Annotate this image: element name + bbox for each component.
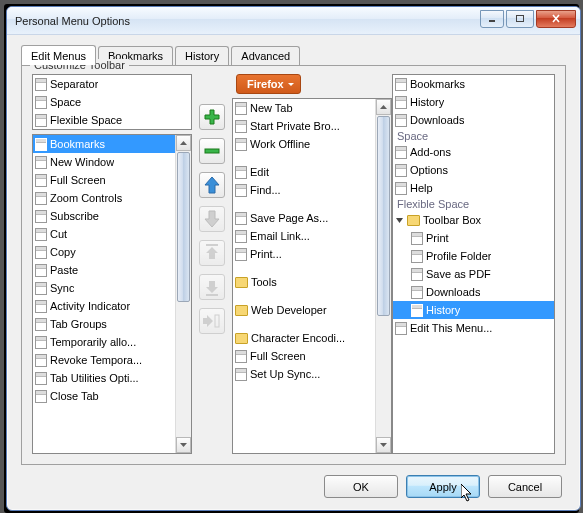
item-label: Cut (50, 228, 67, 240)
list-item[interactable]: Tab Groups (33, 315, 175, 333)
scroll-thumb[interactable] (177, 152, 190, 302)
list-item[interactable]: Zoom Controls (33, 189, 175, 207)
list-item[interactable]: Email Link... (233, 227, 375, 245)
item-label: Full Screen (50, 174, 106, 186)
list-item[interactable]: Start Private Bro... (233, 117, 375, 135)
folder-icon (407, 215, 420, 226)
ok-button[interactable]: OK (324, 475, 398, 498)
page-icon (235, 166, 247, 179)
scroll-thumb[interactable] (377, 116, 390, 316)
section-label: Flexible Space (393, 197, 554, 211)
folder-icon (235, 277, 248, 288)
list-item[interactable]: Downloads (393, 111, 554, 129)
firefox-menu-button[interactable]: Firefox (236, 74, 301, 94)
move-bottom-icon (204, 278, 220, 296)
scroll-up-icon[interactable] (176, 135, 191, 151)
list-item[interactable]: Tab Utilities Opti... (33, 369, 175, 387)
list-item[interactable]: Bookmarks (33, 135, 175, 153)
list-item[interactable]: Set Up Sync... (233, 365, 375, 383)
list-item[interactable]: Copy (33, 243, 175, 261)
page-icon (411, 268, 423, 281)
maximize-button[interactable] (506, 10, 534, 28)
item-label: New Tab (250, 102, 293, 114)
list-item[interactable]: Work Offline (233, 135, 375, 153)
list-item[interactable]: Bookmarks (393, 75, 554, 93)
list-item[interactable]: Print... (233, 245, 375, 263)
item-label: Copy (50, 246, 76, 258)
tab-edit-menus[interactable]: Edit Menus (21, 45, 96, 65)
move-down-icon (204, 210, 220, 228)
list-item[interactable]: Sync (33, 279, 175, 297)
item-label: Full Screen (250, 350, 306, 362)
page-icon (35, 246, 47, 259)
page-icon (235, 230, 247, 243)
list-item[interactable]: Separator (33, 75, 191, 93)
item-label: Help (410, 182, 433, 194)
page-icon (235, 350, 247, 363)
list-item[interactable]: Subscribe (33, 207, 175, 225)
item-label: Print (426, 232, 449, 244)
list-item[interactable]: Help (393, 179, 554, 197)
list-item[interactable]: Print (393, 229, 554, 247)
list-item[interactable]: Close Tab (33, 387, 175, 405)
list-item[interactable]: Activity Indicator (33, 297, 175, 315)
add-button[interactable] (199, 104, 225, 130)
list-item[interactable]: Character Encodi... (233, 329, 375, 347)
apply-button[interactable]: Apply (406, 475, 480, 498)
list-item[interactable]: Downloads (393, 283, 554, 301)
remove-button[interactable] (199, 138, 225, 164)
target-menu-list[interactable]: BookmarksHistoryDownloadsSpaceAdd-onsOpt… (392, 74, 555, 454)
list-item[interactable]: Web Developer (233, 301, 375, 319)
list-item[interactable]: New Window (33, 153, 175, 171)
list-item[interactable]: Flexible Space (33, 111, 191, 129)
item-label: Work Offline (250, 138, 310, 150)
scroll-down-icon[interactable] (176, 437, 191, 453)
list-item[interactable]: Full Screen (233, 347, 375, 365)
spacer-list[interactable]: SeparatorSpaceFlexible Space (32, 74, 192, 130)
toolbar-items-list[interactable]: BookmarksNew WindowFull ScreenZoom Contr… (32, 134, 192, 454)
tab-history[interactable]: History (175, 46, 229, 66)
list-item[interactable]: Edit This Menu... (393, 319, 554, 337)
list-item[interactable]: Full Screen (33, 171, 175, 189)
list-item[interactable]: Temporarily allo... (33, 333, 175, 351)
scrollbar[interactable] (175, 135, 191, 453)
svg-rect-3 (206, 244, 218, 246)
list-item[interactable]: Find... (233, 181, 375, 199)
item-label: Zoom Controls (50, 192, 122, 204)
move-out-icon (203, 313, 221, 329)
list-item[interactable]: Toolbar Box (393, 211, 554, 229)
list-item[interactable]: New Tab (233, 99, 375, 117)
move-bottom-button (199, 274, 225, 300)
cancel-button[interactable]: Cancel (488, 475, 562, 498)
move-up-button[interactable] (199, 172, 225, 198)
minimize-button[interactable] (480, 10, 504, 28)
scroll-down-icon[interactable] (376, 437, 391, 453)
list-item[interactable]: Save Page As... (233, 209, 375, 227)
list-item[interactable]: Revoke Tempora... (33, 351, 175, 369)
scroll-up-icon[interactable] (376, 99, 391, 115)
list-item[interactable]: Cut (33, 225, 175, 243)
list-item[interactable]: History (393, 93, 554, 111)
list-item[interactable]: Save as PDF (393, 265, 554, 283)
expand-toggle-icon[interactable] (395, 216, 404, 225)
scrollbar[interactable] (375, 99, 391, 453)
list-item[interactable]: Add-ons (393, 143, 554, 161)
close-button[interactable] (536, 10, 576, 28)
firefox-menu-list[interactable]: New TabStart Private Bro...Work OfflineE… (232, 98, 392, 454)
list-item[interactable]: Paste (33, 261, 175, 279)
add-icon (203, 108, 221, 126)
item-label: Toolbar Box (423, 214, 481, 226)
list-item[interactable]: Options (393, 161, 554, 179)
list-item[interactable]: Edit (233, 163, 375, 181)
page-icon (235, 248, 247, 261)
list-item[interactable]: Space (33, 93, 191, 111)
list-item[interactable]: Tools (233, 273, 375, 291)
item-label: Space (50, 96, 81, 108)
tab-advanced[interactable]: Advanced (231, 46, 300, 66)
list-item[interactable]: History (393, 301, 554, 319)
move-up-icon (204, 176, 220, 194)
remove-icon (203, 142, 221, 160)
page-icon (35, 372, 47, 385)
list-item[interactable]: Profile Folder (393, 247, 554, 265)
page-icon (35, 114, 47, 127)
